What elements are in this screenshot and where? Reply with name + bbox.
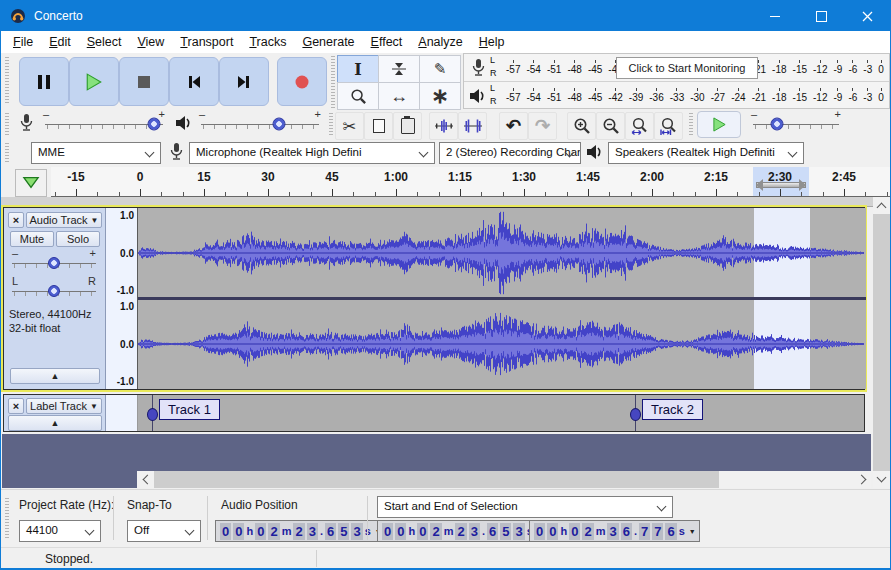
time-shift-tool-button[interactable]: ↔ — [378, 82, 420, 110]
selection-end-field[interactable]: 00h02m36.776s▼ — [529, 520, 700, 542]
selection-start-field[interactable]: 00h02m23.653s▼ — [377, 520, 548, 542]
audio-host-select[interactable]: MME — [31, 142, 161, 164]
waveform-channel-1[interactable] — [138, 209, 864, 297]
transport-toolbar-grip[interactable] — [5, 57, 9, 103]
stop-button[interactable] — [119, 57, 169, 106]
horizontal-scroll-thumb[interactable] — [154, 471, 719, 488]
recording-channels-value: 2 (Stereo) Recording Channels — [446, 146, 581, 158]
pause-button[interactable] — [19, 57, 69, 106]
menu-item-edit[interactable]: Edit — [41, 33, 79, 51]
label-track-close-button[interactable]: × — [8, 398, 24, 414]
skip-to-end-button[interactable] — [219, 57, 269, 106]
vertical-scroll-thumb[interactable] — [873, 214, 890, 471]
menu-item-view[interactable]: View — [129, 33, 172, 51]
timeline-ruler[interactable]: -1501530451:001:151:301:452:002:152:302:… — [51, 167, 890, 197]
menu-item-effect[interactable]: Effect — [363, 33, 411, 51]
track-close-button[interactable]: × — [8, 212, 24, 228]
label-track-title-button[interactable]: Label Track ▼ — [26, 398, 102, 414]
menu-item-transport[interactable]: Transport — [172, 33, 241, 51]
menu-item-file[interactable]: File — [5, 33, 41, 51]
mute-button[interactable]: Mute — [10, 231, 54, 247]
record-volume-slider[interactable]: – + — [45, 117, 163, 131]
selection-mode-select[interactable]: Start and End of Selection — [377, 496, 673, 518]
maximize-button[interactable] — [798, 1, 844, 31]
menu-item-analyze[interactable]: Analyze — [410, 33, 470, 51]
selection-tool-button[interactable]: I — [337, 55, 379, 83]
monitoring-overlay[interactable]: Click to Start Monitoring — [616, 57, 758, 79]
close-button[interactable] — [844, 1, 890, 31]
envelope-tool-button[interactable] — [378, 55, 420, 83]
label-text[interactable]: Track 1 — [159, 399, 220, 420]
redo-button[interactable]: ↷ — [528, 112, 557, 140]
silence-audio-button[interactable] — [458, 112, 487, 140]
track-collapse-button[interactable]: ▲ — [10, 368, 100, 384]
minimize-button[interactable] — [752, 1, 798, 31]
vertical-ruler[interactable]: 1.00.0-1.0 1.00.0-1.0 — [106, 208, 138, 389]
undo-button[interactable]: ↶ — [499, 112, 528, 140]
pan-thumb[interactable] — [48, 285, 60, 297]
vertical-scrollbar[interactable] — [873, 197, 890, 488]
play-speed-slider[interactable]: – + — [753, 117, 839, 131]
timeline-minor-tick — [97, 192, 98, 196]
draw-tool-button[interactable]: ✎ — [419, 55, 461, 83]
copy-button[interactable] — [364, 112, 393, 140]
multi-tool-button[interactable]: ∗ — [419, 82, 461, 110]
scroll-right-button[interactable] — [854, 471, 871, 488]
device-toolbar-grip[interactable] — [5, 143, 9, 163]
snap-to-select[interactable]: Off — [127, 520, 201, 542]
skip-to-start-button[interactable] — [169, 57, 219, 106]
tools-toolbar-grip[interactable] — [331, 56, 335, 108]
project-rate-select[interactable]: 44100 — [19, 520, 101, 542]
menu-item-select[interactable]: Select — [79, 33, 130, 51]
scroll-left-button[interactable] — [137, 471, 154, 488]
fit-project-button[interactable] — [654, 112, 683, 140]
waveform-area[interactable] — [138, 208, 866, 389]
time-digit: 0 — [220, 523, 231, 540]
gain-thumb[interactable] — [48, 257, 60, 269]
menu-item-generate[interactable]: Generate — [294, 33, 362, 51]
scroll-up-button[interactable] — [873, 197, 890, 214]
track-title-button[interactable]: Audio Track ▼ — [26, 212, 102, 228]
menu-item-tracks[interactable]: Tracks — [241, 33, 294, 51]
output-device-select[interactable]: Speakers (Realtek High Definiti — [608, 142, 804, 164]
recording-channels-select[interactable]: 2 (Stereo) Recording Channels — [439, 142, 581, 164]
label-text[interactable]: Track 2 — [642, 399, 703, 420]
play-volume-slider[interactable]: – + — [201, 117, 319, 131]
paste-button[interactable] — [393, 112, 422, 140]
zoom-tool-button[interactable] — [337, 82, 379, 110]
record-volume-thumb[interactable] — [147, 118, 160, 131]
play-at-speed-button[interactable] — [697, 111, 741, 138]
pan-slider[interactable]: L R — [12, 284, 96, 298]
mixer-toolbar-grip[interactable] — [5, 113, 9, 135]
scroll-down-button[interactable] — [873, 471, 890, 488]
audio-position-field[interactable]: 00h02m23.653s▼ — [215, 520, 386, 542]
selection-toolbar-grip[interactable] — [5, 498, 9, 540]
playback-meter[interactable]: L R -57-54-51-48-45-42-39-36-33-30-27-24… — [464, 82, 889, 109]
label-track-collapse-button[interactable]: ▲ — [8, 415, 102, 431]
label-area[interactable]: Track 1Track 2 — [138, 395, 864, 431]
waveform-channel-2[interactable] — [138, 300, 864, 388]
menu-item-help[interactable]: Help — [471, 33, 513, 51]
pin-playhead-button[interactable] — [15, 169, 47, 197]
label-track-control-panel: × Label Track ▼ ▲ — [4, 395, 106, 431]
solo-button[interactable]: Solo — [56, 231, 100, 247]
horizontal-scrollbar[interactable] — [137, 471, 871, 488]
play-speed-thumb[interactable] — [771, 118, 784, 131]
edit-toolbar-grip[interactable] — [329, 113, 333, 135]
dropdown-icon[interactable]: ▼ — [689, 528, 696, 535]
play-button[interactable] — [69, 57, 119, 106]
label-flag-icon[interactable] — [630, 408, 641, 421]
gain-slider[interactable]: – + — [12, 256, 96, 270]
time-digit: 2 — [430, 523, 441, 540]
record-button[interactable] — [277, 57, 327, 106]
play-at-speed-grip[interactable] — [689, 113, 693, 135]
play-volume-thumb[interactable] — [272, 118, 285, 131]
zoom-out-button[interactable] — [596, 112, 625, 140]
label-flag-icon[interactable] — [147, 408, 158, 421]
input-device-select[interactable]: Microphone (Realtek High Defini — [189, 142, 435, 164]
recording-meter[interactable]: L R -57-54-51-48-45-42-39-36-33-30-27-24… — [464, 54, 889, 82]
trim-audio-button[interactable] — [429, 112, 458, 140]
zoom-in-button[interactable] — [567, 112, 596, 140]
fit-selection-button[interactable] — [625, 112, 654, 140]
cut-button[interactable]: ✂ — [335, 112, 364, 140]
